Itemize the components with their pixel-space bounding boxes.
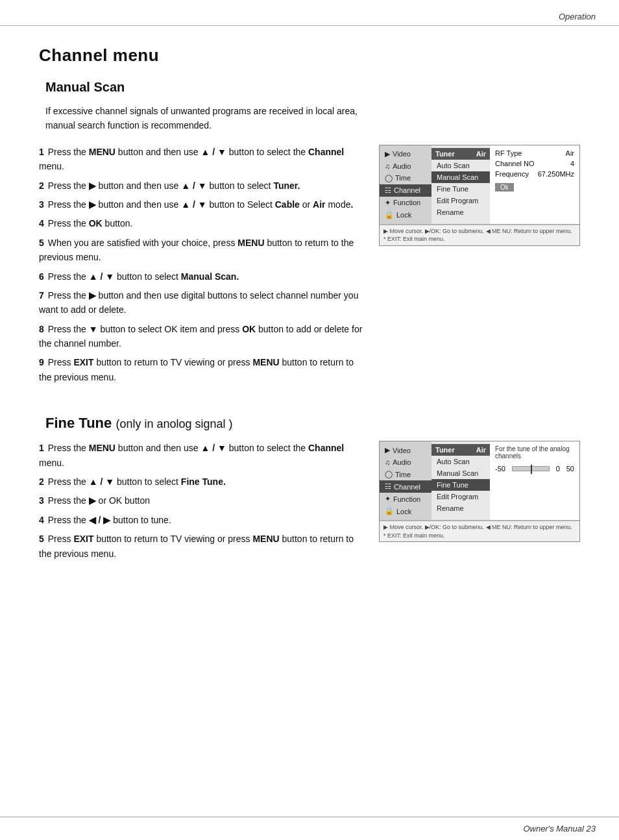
tv-detail-rftype: RF Type Air [495,149,574,157]
tv-sub-rename: Rename [431,206,490,218]
tv2-tuner-air-header: Tuner Air [431,444,490,456]
step-9: 9 Press EXIT button to return to TV view… [39,355,363,384]
tv-ok-container: Ok [495,180,574,191]
ft-step-3: 3 Press the ▶ or OK button [39,493,363,508]
ft-step-2: 2 Press the ▲ / ▼ button to select Fine … [39,475,363,489]
tv-detail-channelno: Channel NO 4 [495,160,574,167]
fine-tune-section: Fine Tune (only in anolog signal ) 1 Pre… [39,415,580,565]
tv2-menu-video: ▶ Video [380,444,431,456]
tv2-sub-finetune: Fine Tune [431,479,490,491]
tv-tuner-air-header: Tuner Air [431,148,490,160]
footer-label: Owner's Manual 23 [523,824,596,834]
tv2-menu-channel: ☷ Channel [380,480,431,493]
tv-sub-editprogram: Edit Program [431,195,490,206]
tv2-sub-rename: Rename [431,502,490,514]
tv-sub-manualscan: Manual Scan [431,171,490,183]
slider-tick [531,465,532,474]
tv-footer-2: ▶ Move cursor. ▶/OK: Go to submenu. ◀ ME… [380,521,579,541]
tv-menu-audio: ♫ Audio [380,160,431,172]
tv-menu-function: ✦ Function [380,197,431,209]
tv-menu-video: ▶ Video [380,148,431,160]
tv-detail-frequency: Frequency 67.250MHz [495,170,574,178]
page-header: Operation [0,0,619,26]
page-title: Channel menu [39,45,580,66]
step-4: 4 Press the OK button. [39,216,363,230]
ft-step-1: 1 Press the MENU button and then use ▲ /… [39,441,363,470]
tv-menu-col-1: ▶ Video ♫ Audio ◯ Time ☷ Channel [380,145,431,224]
manual-scan-steps: 1 Press the MENU button and then use ▲ /… [39,145,363,389]
tv-ui-inner-2: ▶ Video ♫ Audio ◯ Time ☷ [380,441,579,521]
step-3: 3 Press the ▶ button and then use ▲ / ▼ … [39,197,363,212]
tv-menu-channel: ☷ Channel [380,184,431,197]
manual-scan-block: 1 Press the MENU button and then use ▲ /… [39,145,580,389]
fine-tune-title: Fine Tune (only in anolog signal ) [39,415,580,432]
tv-ui-inner-1: ▶ Video ♫ Audio ◯ Time ☷ Channel [380,145,579,225]
tv-sub-autoscan: Auto Scan [431,160,490,171]
slider-min: -50 [495,465,505,473]
header-label: Operation [559,12,596,21]
fine-tune-block: 1 Press the MENU button and then use ▲ /… [39,441,580,565]
tv-menu-time: ◯ Time [380,172,431,184]
fine-tune-subtitle: (only in anolog signal ) [115,417,232,430]
manual-scan-title: Manual Scan [39,80,580,95]
tv-footer-1: ▶ Move cursor. ▶/OK: Go to submenu. ◀ ME… [380,225,579,245]
slider-bar [512,466,550,471]
step-2: 2 Press the ▶ button and then use ▲ / ▼ … [39,179,363,193]
manual-scan-intro: If excessive channel signals of unwanted… [39,104,580,133]
tv-ui-manual-scan: ▶ Video ♫ Audio ◯ Time ☷ Channel [379,145,580,246]
tv2-menu-lock: 🔒 Lock [380,505,431,517]
step-1: 1 Press the MENU button and then use ▲ /… [39,145,363,174]
tv-ui-fine-tune: ▶ Video ♫ Audio ◯ Time ☷ [379,441,580,542]
tv-slider-row: -50 0 50 [495,465,574,473]
tv-menu-lock: 🔒 Lock [380,209,431,221]
tv-detail-col-2: For the tune of the analog channels -50 … [490,441,579,520]
tv-finetune-note: For the tune of the analog channels [495,445,574,460]
step-6: 6 Press the ▲ / ▼ button to select Manua… [39,269,363,284]
page-content: Channel menu Manual Scan If excessive ch… [0,26,619,598]
page-footer: Owner's Manual 23 [0,817,619,840]
fine-tune-main-title: Fine Tune [45,415,112,431]
tv-detail-col-1: RF Type Air Channel NO 4 Frequency 67.25… [490,145,579,224]
tv-submenu-col-2: Tuner Air Auto Scan Manual Scan Fine Tun… [431,441,490,520]
tv-menu-col-2: ▶ Video ♫ Audio ◯ Time ☷ [380,441,431,520]
tv2-menu-time: ◯ Time [380,468,431,480]
step-5: 5 When you are satisfied with your choic… [39,236,363,265]
ok-button-label: Ok [495,183,514,191]
tv2-menu-function: ✦ Function [380,493,431,505]
step-7: 7 Press the ▶ button and then use digita… [39,288,363,317]
tv2-sub-autoscan: Auto Scan [431,456,490,467]
slider-max: 50 [566,465,574,473]
ft-step-4: 4 Press the ◀ / ▶ button to tune. [39,513,363,527]
tv-submenu-col-1: Tuner Air Auto Scan Manual Scan Fine Tun… [431,145,490,224]
tv-sub-finetune: Fine Tune [431,183,490,195]
fine-tune-steps: 1 Press the MENU button and then use ▲ /… [39,441,363,565]
step-8: 8 Press the ▼ button to select OK item a… [39,322,363,351]
tv2-menu-audio: ♫ Audio [380,456,431,468]
ft-step-5: 5 Press EXIT button to return to TV view… [39,532,363,561]
tv2-sub-manualscan: Manual Scan [431,467,490,479]
tv2-sub-editprogram: Edit Program [431,491,490,502]
slider-mid: 0 [556,465,560,473]
